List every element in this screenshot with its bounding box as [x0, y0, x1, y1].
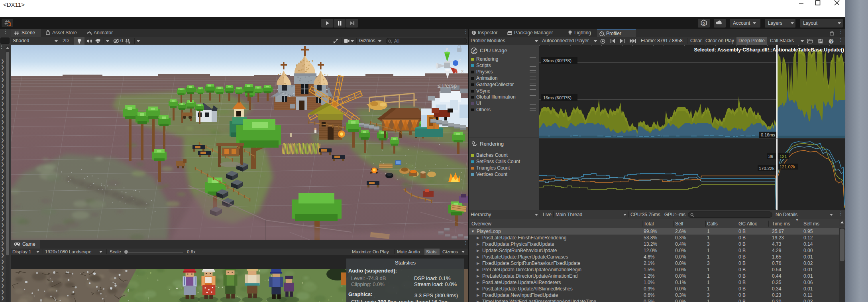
svg-text:≤ Persp: ≤ Persp	[438, 83, 457, 89]
svg-text:CPU: CPU	[472, 51, 477, 54]
svg-text:36: 36	[768, 154, 773, 159]
svg-text:170.22k: 170.22k	[759, 166, 775, 171]
svg-text:p: p	[703, 21, 705, 26]
svg-text:x: x	[461, 69, 464, 73]
svg-text:z: z	[459, 57, 461, 62]
svg-text:Selected: Assembly-CSharp.dll!: Selected: Assembly-CSharp.dll!::Actionab…	[694, 47, 844, 53]
svg-text:33ms (30FPS): 33ms (30FPS)	[543, 58, 571, 63]
svg-text:?: ?	[830, 39, 833, 43]
svg-text:121.02k: 121.02k	[780, 164, 795, 169]
svg-text:16ms (60FPS): 16ms (60FPS)	[543, 95, 571, 100]
svg-text:y: y	[446, 46, 448, 51]
svg-text:0.16ms: 0.16ms	[761, 132, 776, 137]
svg-text:121: 121	[780, 154, 787, 159]
